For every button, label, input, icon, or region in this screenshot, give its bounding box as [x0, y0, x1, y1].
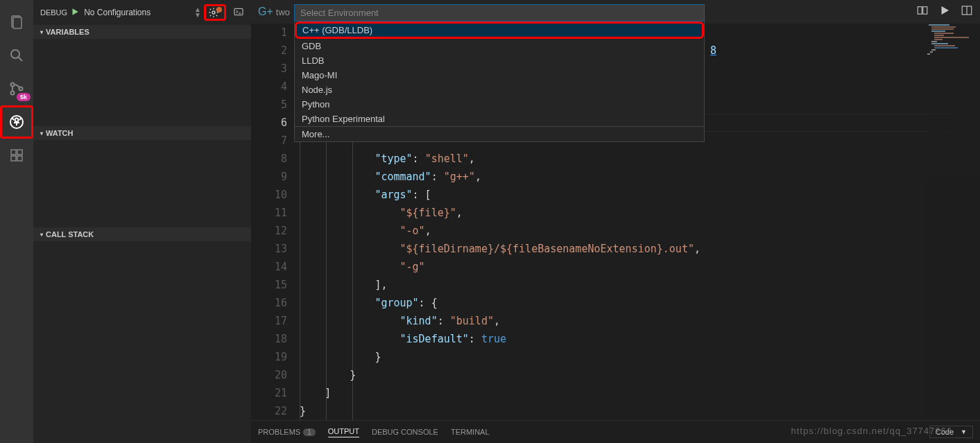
- chevron-down-icon: ▾: [40, 130, 43, 137]
- svg-point-2: [11, 50, 19, 58]
- svg-rect-1: [13, 17, 22, 28]
- watch-section-header[interactable]: ▾ WATCH: [33, 126, 251, 140]
- svg-rect-16: [17, 156, 22, 161]
- variables-section-body: [33, 39, 251, 126]
- chevron-down-icon: ▾: [40, 232, 43, 238]
- debug-label: DEBUG: [40, 8, 67, 17]
- svg-rect-14: [17, 150, 22, 155]
- svg-line-12: [19, 118, 22, 120]
- tab-output[interactable]: OUTPUT: [328, 427, 359, 437]
- compare-icon[interactable]: [916, 4, 929, 19]
- quickpick-item-python-exp[interactable]: Python Experimental: [295, 112, 704, 126]
- watch-label: WATCH: [46, 129, 74, 137]
- watermark-text: https://blog.csdn.net/qq_37747262: [791, 426, 953, 436]
- split-editor-icon[interactable]: [961, 4, 973, 19]
- search-icon[interactable]: [0, 39, 33, 72]
- quickpick-item-more[interactable]: More...: [295, 126, 704, 141]
- debug-icon[interactable]: [0, 105, 33, 139]
- problems-label: PROBLEMS: [258, 428, 300, 436]
- warning-dot-icon: [216, 7, 222, 12]
- svg-point-18: [212, 11, 215, 14]
- editor-tab[interactable]: two: [276, 7, 290, 17]
- activity-bar: 5k: [0, 0, 33, 443]
- svg-rect-21: [918, 7, 922, 15]
- source-control-icon[interactable]: 5k: [0, 72, 33, 105]
- svg-rect-13: [11, 150, 16, 155]
- svg-rect-15: [11, 156, 16, 161]
- debug-config-dropdown[interactable]: No Configurations: [84, 8, 191, 17]
- problems-badge: 1: [303, 428, 316, 436]
- variables-section-header[interactable]: ▾ VARIABLES: [33, 25, 251, 39]
- quickpick-item-python[interactable]: Python: [295, 97, 704, 112]
- quickpick-item-cpp[interactable]: C++ (GDB/LLDB): [295, 21, 704, 39]
- quickpick-list: C++ (GDB/LLDB) GDB LLDB Mago-MI Node.js …: [294, 21, 705, 142]
- cpp-file-icon: G+: [258, 6, 273, 18]
- quickpick-item-gdb[interactable]: GDB: [295, 39, 704, 53]
- callstack-label: CALL STACK: [46, 230, 94, 238]
- svg-rect-22: [923, 7, 927, 15]
- chevron-down-icon: ▾: [40, 29, 43, 35]
- svg-marker-23: [942, 6, 949, 15]
- variables-label: VARIABLES: [46, 28, 89, 36]
- svg-point-8: [15, 119, 19, 122]
- svg-rect-19: [234, 8, 243, 15]
- chevron-down-icon: ▼: [961, 428, 967, 435]
- callstack-section-header[interactable]: ▾ CALL STACK: [33, 227, 251, 241]
- callstack-section-body: [33, 241, 251, 443]
- scm-badge: 5k: [17, 93, 31, 101]
- debug-start-button[interactable]: [70, 7, 80, 18]
- watch-section-body: [33, 140, 251, 227]
- editor-area: G+ two C++ (GDB/LLDB) GDB LLDB Mago-MI N…: [251, 0, 980, 443]
- quickpick: C++ (GDB/LLDB) GDB LLDB Mago-MI Node.js …: [294, 4, 705, 142]
- minimap[interactable]: [925, 24, 980, 420]
- quickpick-input[interactable]: [294, 4, 705, 21]
- tab-debug-console[interactable]: DEBUG CONSOLE: [372, 428, 438, 436]
- line-gutter: 12345 678910 1112131415 1617181920 2122: [251, 24, 300, 420]
- run-icon[interactable]: [938, 4, 951, 19]
- editor-actions: [916, 4, 973, 19]
- tab-terminal[interactable]: TERMINAL: [451, 428, 490, 436]
- chevron-updown-icon[interactable]: ▲▼: [194, 7, 201, 18]
- svg-point-4: [11, 83, 15, 87]
- link-text[interactable]: 8: [710, 44, 716, 57]
- debug-toolbar: DEBUG No Configurations ▲▼: [33, 0, 251, 25]
- tab-problems[interactable]: PROBLEMS 1: [258, 428, 316, 436]
- svg-point-5: [11, 92, 15, 95]
- svg-line-3: [19, 58, 22, 61]
- quickpick-item-mago[interactable]: Mago-MI: [295, 68, 704, 82]
- configure-gear-button[interactable]: [204, 4, 226, 21]
- quickpick-item-node[interactable]: Node.js: [295, 82, 704, 97]
- debug-sidebar: DEBUG No Configurations ▲▼ ▾ VARIABLES ▾…: [33, 0, 251, 443]
- explorer-icon[interactable]: [0, 6, 33, 39]
- svg-marker-17: [73, 8, 78, 15]
- debug-console-icon[interactable]: [233, 6, 244, 19]
- quickpick-item-lldb[interactable]: LLDB: [295, 53, 704, 68]
- svg-line-11: [12, 118, 14, 120]
- extensions-icon[interactable]: [0, 139, 33, 172]
